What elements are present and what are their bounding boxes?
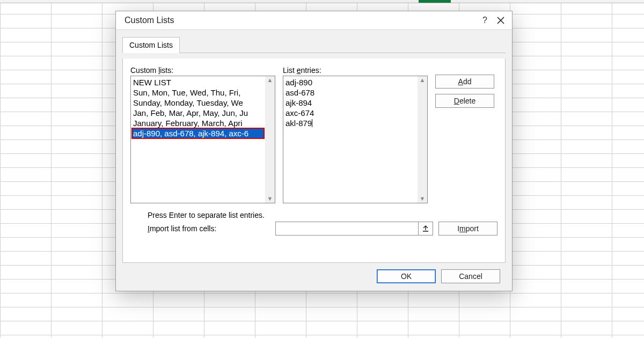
cancel-button[interactable]: Cancel: [441, 269, 500, 283]
list-entries-label: List entries:: [283, 66, 428, 75]
list-entry-line: akl-879: [286, 118, 415, 128]
close-icon: [497, 17, 504, 24]
list-entry-line: asd-678: [286, 87, 415, 98]
scroll-down-icon[interactable]: ▼: [420, 196, 426, 202]
dialog-footer: OK Cancel: [122, 263, 506, 283]
text-caret: [312, 119, 312, 127]
custom-list-item[interactable]: adj-890, asd-678, ajk-894, axc-6: [132, 128, 264, 138]
collapse-dialog-icon: [422, 225, 429, 232]
scrollbar[interactable]: ▲ ▼: [265, 76, 275, 203]
custom-list-item[interactable]: NEW LIST: [132, 77, 264, 87]
custom-lists-dialog: Custom Lists ? Custom Lists Custom lists…: [115, 11, 513, 291]
side-buttons: Add Delete: [435, 75, 494, 108]
window-controls: ?: [482, 16, 504, 25]
titlebar: Custom Lists ?: [116, 11, 512, 30]
scroll-up-icon[interactable]: ▲: [420, 77, 426, 83]
list-entry-line: axc-674: [286, 108, 415, 118]
import-label: Import list from cells:: [148, 224, 270, 233]
range-picker-button[interactable]: [418, 222, 433, 236]
close-button[interactable]: [497, 17, 504, 24]
scroll-up-icon[interactable]: ▲: [267, 77, 273, 83]
tab-panel: Custom lists: NEW LISTSun, Mon, Tue, Wed…: [122, 58, 506, 263]
import-button[interactable]: Import: [438, 222, 497, 236]
add-button[interactable]: Add: [435, 75, 494, 89]
tabstrip: Custom Lists: [122, 36, 506, 53]
help-button[interactable]: ?: [482, 16, 487, 25]
custom-list-item[interactable]: Jan, Feb, Mar, Apr, May, Jun, Ju: [132, 108, 264, 118]
custom-lists-listbox[interactable]: NEW LISTSun, Mon, Tue, Wed, Thu, Fri,Sun…: [130, 76, 275, 203]
list-entry-line: ajk-894: [286, 98, 415, 108]
list-entries-textarea[interactable]: adj-890asd-678ajk-894axc-674akl-879 ▲ ▼: [283, 76, 428, 203]
import-cell-reference: [275, 222, 433, 236]
scroll-down-icon[interactable]: ▼: [267, 196, 273, 202]
custom-lists-label: Custom lists:: [130, 66, 275, 75]
scrollbar[interactable]: ▲ ▼: [418, 76, 427, 203]
dialog-title: Custom Lists: [125, 16, 174, 25]
tab-custom-lists[interactable]: Custom Lists: [122, 37, 180, 53]
list-entry-line: adj-890: [286, 77, 415, 87]
import-cells-input[interactable]: [275, 222, 418, 236]
active-cell-indicator: [419, 0, 451, 3]
dialog-body: Custom Lists Custom lists: NEW LISTSun, …: [116, 30, 512, 291]
custom-list-item[interactable]: Sunday, Monday, Tuesday, We: [132, 98, 264, 108]
custom-list-item[interactable]: January, February, March, Apri: [132, 118, 264, 128]
sheet-top-bar: [0, 0, 644, 3]
hint-text: Press Enter to separate list entries.: [148, 211, 497, 219]
ok-button[interactable]: OK: [377, 269, 436, 283]
delete-button[interactable]: Delete: [435, 94, 494, 108]
custom-list-item[interactable]: Sun, Mon, Tue, Wed, Thu, Fri,: [132, 87, 264, 98]
import-row: Import list from cells: Import: [130, 222, 497, 236]
